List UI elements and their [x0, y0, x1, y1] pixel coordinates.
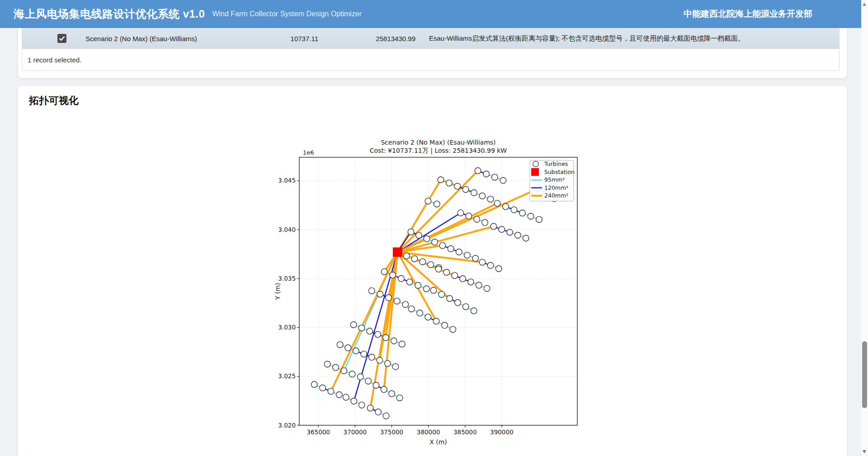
svg-text:3.030: 3.030	[278, 324, 296, 331]
scenario-table-card: Scenario 2 (No Max) (Esau-Williams) 1073…	[18, 28, 847, 78]
app-title: 海上风电场集电线路设计优化系统 v1.0	[14, 7, 205, 21]
scenario-description: Esau-Williams启发式算法(权衡距离与容量); 不包含可选电缆型号，且…	[429, 34, 745, 42]
svg-text:365000: 365000	[307, 428, 330, 436]
svg-text:3.040: 3.040	[278, 226, 296, 233]
figure-container: 3650003700003750003800003850003900003.02…	[29, 108, 836, 452]
page-scrollbar[interactable]	[861, 0, 868, 456]
scroll-up-icon[interactable]	[863, 3, 866, 6]
table-footer: 1 record selected.	[22, 49, 839, 71]
svg-text:240mm²: 240mm²	[544, 192, 568, 199]
svg-text:Y (m): Y (m)	[274, 283, 281, 301]
svg-text:385000: 385000	[453, 428, 476, 436]
svg-text:380000: 380000	[416, 428, 440, 436]
scenario-loss: 25813430.99	[334, 34, 415, 42]
row-checkbox[interactable]	[57, 34, 66, 43]
svg-text:Substation: Substation	[544, 169, 575, 175]
svg-text:120mm²: 120mm²	[544, 184, 568, 191]
svg-text:3.025: 3.025	[278, 372, 296, 380]
scrollbar-thumb[interactable]	[862, 341, 867, 408]
scenario-cost: 10737.11	[248, 34, 318, 42]
topology-card: 拓扑可视化 3650003700003750003800003850003900…	[18, 86, 847, 456]
topology-chart: 3650003700003750003800003850003900003.02…	[270, 136, 595, 452]
svg-text:Turbines: Turbines	[544, 160, 568, 167]
svg-text:3.045: 3.045	[278, 177, 296, 184]
section-title: 拓扑可视化	[29, 94, 836, 108]
substation-marker	[392, 247, 402, 257]
org-name: 中能建西北院海上能源业务开发部	[684, 8, 812, 20]
svg-text:1e6: 1e6	[303, 149, 314, 156]
svg-text:3.020: 3.020	[278, 422, 296, 429]
scenario-name: Scenario 2 (No Max) (Esau-Williams)	[85, 34, 197, 42]
table-row[interactable]: Scenario 2 (No Max) (Esau-Williams) 1073…	[22, 28, 839, 49]
svg-text:Scenario 2 (No Max) (Esau-Will: Scenario 2 (No Max) (Esau-Williams)	[381, 139, 495, 146]
svg-text:Cost: ¥10737.11万 | Loss: 25813: Cost: ¥10737.11万 | Loss: 25813430.99 kW	[369, 147, 507, 155]
selection-status: 1 record selected.	[28, 56, 81, 64]
app-header: 海上风电场集电线路设计优化系统 v1.0 Wind Farm Collector…	[0, 0, 868, 28]
chart-legend: TurbinesSubstation95mm²120mm²240mm²	[530, 160, 575, 201]
app-subtitle: Wind Farm Collector System Design Optimi…	[212, 10, 362, 18]
svg-text:95mm²: 95mm²	[544, 176, 565, 183]
turbines-layer	[311, 168, 557, 419]
svg-text:3.035: 3.035	[278, 275, 296, 282]
svg-text:X (m): X (m)	[429, 438, 447, 446]
svg-text:375000: 375000	[380, 428, 403, 436]
check-icon	[59, 36, 65, 41]
scroll-down-icon[interactable]	[863, 450, 866, 453]
svg-text:370000: 370000	[343, 428, 367, 436]
scenario-table: Scenario 2 (No Max) (Esau-Williams) 1073…	[22, 28, 840, 71]
svg-text:390000: 390000	[490, 428, 514, 436]
